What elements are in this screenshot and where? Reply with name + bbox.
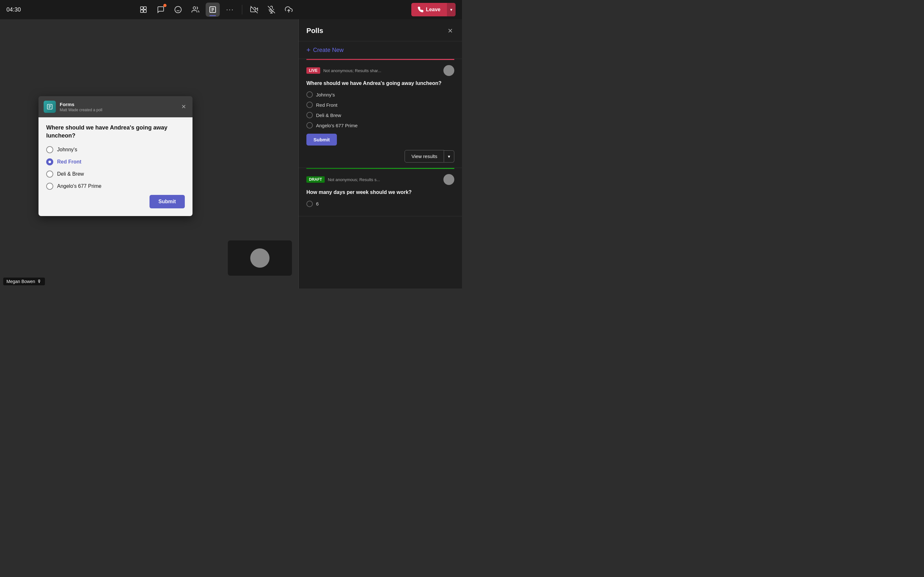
popup-header-left: Forms Matt Wade created a poll	[44, 101, 102, 113]
topbar: 04:30	[0, 0, 462, 19]
popup-submit-button[interactable]: Submit	[150, 195, 185, 208]
panel-option-1[interactable]: Red Front	[306, 102, 454, 108]
live-poll-meta-text: Not anonymous; Results shar...	[323, 68, 381, 73]
mic-mute-icon[interactable]	[264, 3, 278, 17]
svg-rect-1	[144, 7, 146, 9]
panel-submit-button[interactable]: Submit	[306, 134, 337, 145]
draft-poll-card: DRAFT Not anonymous; Results s... How ma…	[299, 169, 462, 216]
chat-icon[interactable]	[153, 3, 168, 17]
panel-radio-1[interactable]	[306, 102, 313, 108]
topbar-right: Leave ▾	[411, 3, 456, 16]
panel-option-3[interactable]: Angelo's 677 Prime	[306, 122, 454, 129]
svg-point-7	[193, 7, 196, 9]
radio-2[interactable]	[46, 171, 53, 177]
popup-question: Where should we have Andrea's going away…	[46, 124, 185, 140]
panel-title: Polls	[306, 27, 323, 35]
meeting-controls: ···	[136, 3, 296, 17]
timer-display: 04:30	[6, 6, 21, 13]
draft-badge: DRAFT	[306, 176, 325, 183]
polls-list: LIVE Not anonymous; Results shar... Wher…	[299, 59, 462, 288]
draft-poll-question: How many days per week should we work?	[306, 189, 454, 196]
chat-badge	[163, 4, 166, 7]
user-name-text: Megan Bowen	[6, 279, 35, 284]
create-new-label: Create New	[313, 47, 344, 53]
live-poll-avatar	[443, 65, 454, 76]
panel-option-label-1: Red Front	[316, 102, 338, 108]
draft-poll-meta: DRAFT Not anonymous; Results s...	[306, 176, 380, 183]
option-label-0: Johnny's	[57, 147, 78, 153]
draft-poll-header: DRAFT Not anonymous; Results s...	[306, 174, 454, 185]
leave-chevron-button[interactable]: ▾	[447, 3, 456, 16]
reactions-icon[interactable]	[171, 3, 185, 17]
forms-app-icon	[44, 101, 56, 113]
popup-subtitle: Matt Wade created a poll	[60, 108, 102, 112]
people-icon[interactable]	[188, 3, 202, 17]
svg-rect-3	[144, 10, 146, 13]
panel-option-0[interactable]: Johnny's	[306, 91, 454, 98]
draft-poll-avatar	[443, 174, 454, 185]
live-poll-card: LIVE Not anonymous; Results shar... Wher…	[299, 60, 462, 168]
popup-app-name: Forms	[60, 102, 102, 107]
live-poll-meta: LIVE Not anonymous; Results shar...	[306, 67, 381, 74]
user-avatar	[250, 248, 270, 268]
user-video-tile	[228, 240, 292, 276]
poll-option-3[interactable]: Angelo's 677 Prime	[46, 183, 185, 190]
create-new-button[interactable]: + Create New	[299, 41, 462, 59]
panel-radio-3[interactable]	[306, 122, 313, 129]
view-results-button[interactable]: View results	[405, 150, 444, 163]
svg-point-4	[175, 6, 181, 13]
panel-header: Polls ✕	[299, 19, 462, 41]
panel-option-label-3: Angelo's 677 Prime	[316, 123, 358, 128]
view-results-chevron[interactable]: ▾	[444, 150, 454, 163]
popup-submit-area: Submit	[46, 195, 185, 208]
user-name-bar: Megan Bowen 🎙	[3, 277, 45, 285]
leave-button-group: Leave ▾	[411, 3, 456, 16]
radio-1[interactable]	[46, 158, 53, 165]
radio-3[interactable]	[46, 183, 53, 190]
user-avatar-container	[228, 240, 292, 276]
polls-panel: Polls ✕ + Create New LIVE Not anonymous;…	[298, 19, 462, 288]
panel-close-icon[interactable]: ✕	[446, 26, 454, 36]
popup-body: Where should we have Andrea's going away…	[39, 117, 192, 216]
option-label-2: Deli & Brew	[57, 171, 84, 177]
live-poll-question: Where should we have Andrea's going away…	[306, 80, 454, 87]
option-label-3: Angelo's 677 Prime	[57, 183, 102, 189]
radio-0[interactable]	[46, 146, 53, 153]
poll-option-0[interactable]: Johnny's	[46, 146, 185, 153]
share-screen-icon[interactable]	[282, 3, 296, 17]
draft-option-value: 6	[316, 201, 318, 206]
poll-notification-popup: Forms Matt Wade created a poll ✕ Where s…	[39, 96, 192, 216]
participants-icon[interactable]	[136, 3, 150, 17]
poll-option-2[interactable]: Deli & Brew	[46, 171, 185, 177]
panel-radio-0[interactable]	[306, 91, 313, 98]
poll-option-1[interactable]: Red Front	[46, 158, 185, 165]
svg-rect-0	[141, 7, 143, 9]
user-mic-off-icon: 🎙	[37, 279, 42, 284]
draft-poll-meta-text: Not anonymous; Results s...	[328, 177, 380, 182]
view-results-bar: View results ▾	[306, 150, 454, 163]
option-label-1: Red Front	[57, 159, 81, 165]
popup-header: Forms Matt Wade created a poll ✕	[39, 96, 192, 117]
popup-close-icon[interactable]: ✕	[180, 102, 187, 111]
plus-icon: +	[306, 46, 310, 54]
draft-option-num: 6	[306, 201, 454, 207]
live-badge: LIVE	[306, 67, 320, 74]
panel-option-label-2: Deli & Brew	[316, 113, 341, 118]
more-options-icon[interactable]: ···	[223, 3, 237, 17]
popup-app-info: Forms Matt Wade created a poll	[60, 102, 102, 112]
forms-active-icon[interactable]	[206, 3, 220, 17]
draft-radio[interactable]	[306, 201, 313, 207]
panel-radio-2[interactable]	[306, 112, 313, 118]
leave-button[interactable]: Leave	[411, 3, 447, 16]
svg-rect-2	[141, 10, 143, 13]
panel-option-2[interactable]: Deli & Brew	[306, 112, 454, 118]
live-poll-header: LIVE Not anonymous; Results shar...	[306, 65, 454, 76]
camera-off-icon[interactable]	[247, 3, 261, 17]
panel-option-label-0: Johnny's	[316, 92, 335, 97]
